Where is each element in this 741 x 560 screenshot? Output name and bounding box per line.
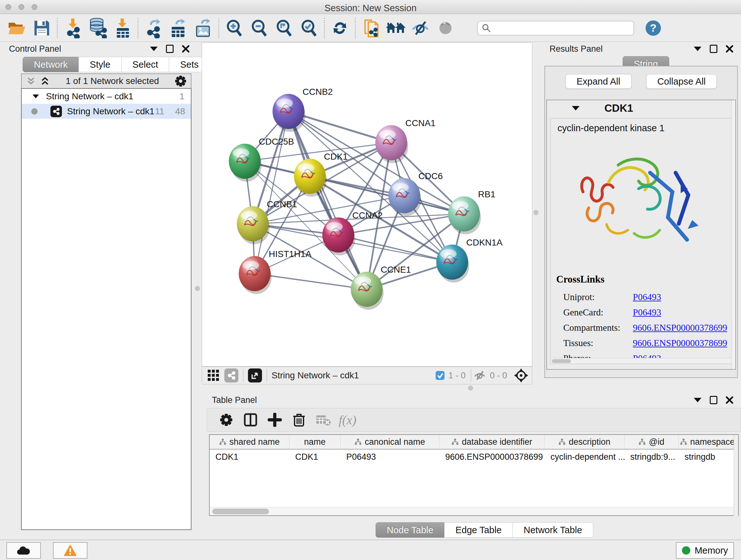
table-panel-collapse-icon[interactable] [694,398,701,402]
network-node-ccne1[interactable]: CCNE1 [351,265,411,310]
column-header-canonical-name[interactable]: canonical name [340,435,440,449]
cdk1-collapse-icon[interactable] [572,106,580,111]
create-column-button[interactable] [263,410,287,430]
copy-network-button[interactable] [358,17,383,40]
node-label: RB1 [478,189,495,199]
column-header-description[interactable]: description [545,435,624,449]
tab-select[interactable]: Select [121,57,170,72]
tab-edge-table[interactable]: Edge Table [444,522,513,538]
selected-checkbox-icon[interactable] [435,370,445,381]
table-cell[interactable]: CDK1 [210,449,289,464]
control-panel-collapse-icon[interactable] [150,47,158,51]
protein-structure-image [570,134,711,262]
left-splitter-handle[interactable] [195,286,200,291]
column-header-database-identifier[interactable]: database identifier [440,435,545,449]
bottom-splitter-handle[interactable] [468,386,473,390]
table-cell[interactable]: CDK1 [289,449,340,464]
show-columns-button[interactable] [239,410,263,430]
table-hscroll-thumb[interactable] [212,509,269,514]
control-panel-tabs: Network Style Select Sets [23,57,210,72]
network-node-rb1[interactable]: RB1 [448,189,495,234]
network-share-view-icon[interactable] [224,368,239,382]
cloud-status-button[interactable] [6,542,41,559]
expand-all-chevron-icon[interactable] [40,76,50,86]
export-network-button[interactable] [141,17,166,40]
tab-node-table[interactable]: Node Table [376,522,445,538]
column-header-shared-name[interactable]: shared name [210,435,289,449]
import-network-file-button[interactable] [60,17,85,40]
save-session-button[interactable] [29,17,54,40]
tab-network[interactable]: Network [23,57,79,72]
open-session-button[interactable] [4,17,29,40]
import-network-database-button[interactable] [85,17,110,40]
network-node-cdk1[interactable]: CDK1 [294,152,348,197]
warnings-button[interactable] [53,542,87,559]
import-table-file-button[interactable] [110,17,135,40]
table-panel-close-icon[interactable] [726,396,733,404]
node-label: CCNE1 [381,265,411,274]
network-view-toolbar: String Network – cdk1 1 - 0 0 - 0 [202,367,532,384]
table-panel-float-icon[interactable] [710,396,718,404]
column-header--id[interactable]: @id [624,435,679,449]
tab-style[interactable]: Style [78,57,121,72]
control-panel-close-icon[interactable] [182,45,190,53]
table-hscroll[interactable] [210,507,734,515]
houses-button[interactable] [383,17,408,40]
right-splitter-handle[interactable] [534,210,538,215]
network-node-hist1h1a[interactable]: HIST1H1A [239,249,312,294]
network-edge[interactable] [288,111,367,289]
grid-view-icon[interactable] [207,369,220,382]
table-row[interactable]: CDK1CDK1P064939606.ENSP00000378699cyclin… [210,449,738,464]
show-eye-button[interactable] [433,17,458,40]
network-row[interactable]: String Network – cdk1 11 48 [22,104,191,119]
crosslink-link[interactable]: P06493 [633,292,661,302]
network-canvas[interactable]: CCNB2CCNA1CDC25BCDK1CDC6RB1CCNB1CCNA2CDK… [202,43,532,367]
network-node-cdkn1a[interactable]: CDKN1A [436,238,502,283]
zoom-selected-button[interactable] [296,17,321,40]
results-panel-collapse-icon[interactable] [694,47,701,51]
column-header-name[interactable]: name [289,435,340,449]
results-vscroll[interactable] [731,100,735,369]
collapse-all-chevron-icon[interactable] [26,76,36,86]
table-options-button[interactable] [214,410,239,430]
network-collection-row[interactable]: String Network – cdk1 1 [22,89,191,104]
memory-button[interactable]: Memory [676,542,734,559]
network-node-cdc6[interactable]: CDC6 [388,171,443,216]
crosslink-link[interactable]: P06493 [633,307,661,318]
column-header-namespace[interactable]: namespace [679,435,736,449]
table-cell[interactable]: stringdb:9... [624,449,679,464]
control-panel-float-icon[interactable] [166,45,174,53]
refresh-button[interactable] [327,17,352,40]
export-image-button[interactable] [191,17,216,40]
results-panel-float-icon[interactable] [710,45,718,53]
results-hscroll-thumb[interactable] [552,359,571,363]
help-button[interactable]: ? [645,20,662,37]
save-session-icon [33,19,51,37]
search-box[interactable] [477,21,634,36]
collapse-all-button[interactable]: Collapse All [646,74,717,89]
column-tree-icon [680,438,687,445]
search-input[interactable] [491,23,625,33]
zoom-out-button[interactable] [247,17,272,40]
export-table-button[interactable] [166,17,191,40]
expand-all-button[interactable]: Expand All [565,74,631,89]
table-cell[interactable]: cyclin-dependent ... [545,449,624,464]
results-panel-close-icon[interactable] [726,45,733,53]
zoom-in-button[interactable] [222,17,247,40]
fit-selected-crosshair-icon[interactable] [514,368,529,383]
table-cell[interactable]: 9606.ENSP00000378699 [440,449,545,464]
table-vscroll[interactable] [734,435,738,516]
column-header-label: namespace [690,437,735,447]
table-cell[interactable]: P06493 [340,449,440,464]
hide-eye-button[interactable] [408,17,433,40]
birds-eye-view-icon[interactable] [248,368,262,382]
crosslink-link[interactable]: 9606.ENSP00000378699 [633,338,727,348]
crosslink-link[interactable]: 9606.ENSP00000378699 [633,322,727,333]
collection-expand-icon[interactable] [32,95,39,98]
network-edge[interactable] [310,176,464,214]
tab-network-table[interactable]: Network Table [513,522,593,538]
delete-column-button[interactable] [287,410,311,430]
table-cell[interactable]: stringdb [679,449,736,464]
zoom-fit-button[interactable] [272,17,296,40]
network-options-gear-icon[interactable] [175,75,186,87]
